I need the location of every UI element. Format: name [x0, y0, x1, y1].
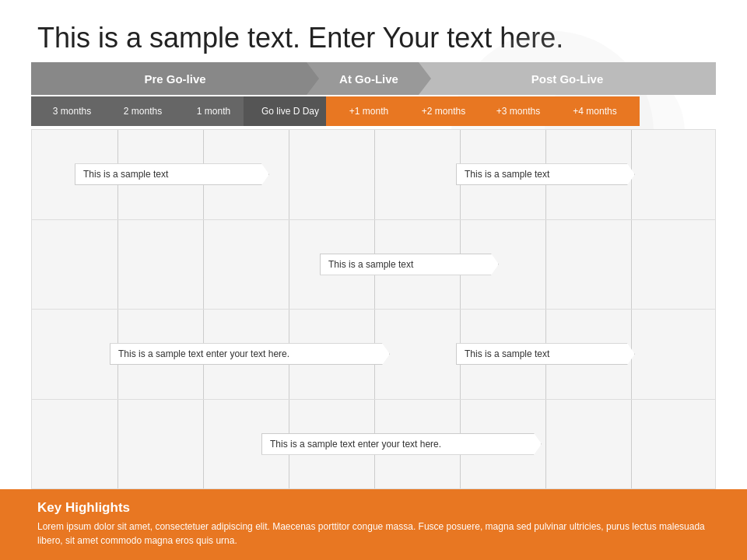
highlights-title: Key Highlights — [37, 500, 710, 516]
title-area: This is a sample text. Enter Your text h… — [0, 0, 747, 62]
step-item-2: 1 month — [173, 96, 254, 126]
phase-header-row: Pre Go-live At Go-Live Post Go-Live — [31, 62, 716, 95]
content-label-r0-i1: This is a sample text — [456, 163, 635, 185]
highlights-bar: Key Highlights Lorem ipsum dolor sit ame… — [0, 489, 747, 560]
step-item-0: 3 months — [31, 96, 113, 126]
phase-pre-go-live: Pre Go-live — [31, 62, 319, 95]
content-row-3: This is a sample text enter your text he… — [32, 400, 715, 489]
page-wrapper: This is a sample text. Enter Your text h… — [0, 0, 747, 560]
step-item-5: +2 months — [401, 96, 486, 126]
content-row-0: This is a sample textThis is a sample te… — [32, 130, 715, 220]
content-label-r1-i0: This is a sample text — [320, 254, 499, 275]
step-item-6: +3 months — [475, 96, 561, 126]
step-item-7: +4 months — [550, 96, 640, 126]
step-item-1: 2 months — [102, 96, 184, 126]
content-label-r0-i0: This is a sample text — [75, 163, 269, 185]
phase-post-go-live: Post Go-Live — [419, 62, 716, 95]
content-row-2: This is a sample text enter your text he… — [32, 310, 715, 400]
content-label-r2-i1: This is a sample text — [456, 343, 635, 365]
step-item-3: Go live D Day — [244, 96, 337, 126]
content-label-r2-i0: This is a sample text enter your text he… — [110, 343, 390, 365]
phase-at-go-live: At Go-Live — [307, 62, 431, 95]
timeline-area: Pre Go-live At Go-Live Post Go-Live 3 mo… — [0, 62, 747, 489]
page-title: This is a sample text. Enter Your text h… — [37, 22, 710, 54]
content-grid: This is a sample textThis is a sample te… — [31, 129, 716, 489]
step-item-4: +1 month — [326, 96, 412, 126]
step-row: 3 months2 months1 monthGo live D Day+1 m… — [31, 96, 716, 126]
highlights-text: Lorem ipsum dolor sit amet, consectetuer… — [37, 520, 710, 548]
content-label-r3-i0: This is a sample text enter your text he… — [261, 433, 542, 455]
content-row-1: This is a sample text — [32, 220, 715, 310]
